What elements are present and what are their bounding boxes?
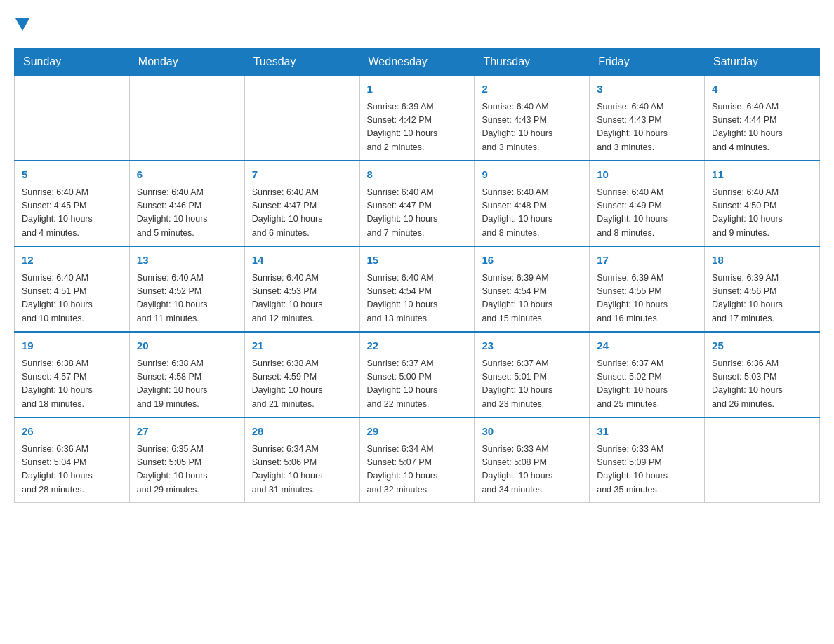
calendar-cell [129, 76, 244, 161]
day-number: 21 [252, 338, 352, 354]
page-header [14, 14, 820, 34]
day-info: Sunrise: 6:34 AMSunset: 5:07 PMDaylight:… [367, 443, 468, 497]
calendar-cell: 9Sunrise: 6:40 AMSunset: 4:48 PMDaylight… [475, 161, 590, 246]
day-info: Sunrise: 6:37 AMSunset: 5:01 PMDaylight:… [482, 357, 582, 412]
day-info: Sunrise: 6:40 AMSunset: 4:52 PMDaylight:… [137, 271, 237, 326]
day-number: 8 [367, 167, 468, 183]
day-number: 13 [137, 253, 237, 269]
calendar-cell: 7Sunrise: 6:40 AMSunset: 4:47 PMDaylight… [244, 161, 359, 246]
day-info: Sunrise: 6:40 AMSunset: 4:50 PMDaylight:… [712, 186, 812, 241]
day-number: 28 [252, 424, 352, 440]
calendar-cell: 16Sunrise: 6:39 AMSunset: 4:54 PMDayligh… [475, 246, 590, 332]
calendar-cell: 8Sunrise: 6:40 AMSunset: 4:47 PMDaylight… [359, 161, 475, 246]
calendar-cell: 30Sunrise: 6:33 AMSunset: 5:08 PMDayligh… [475, 417, 590, 503]
day-info: Sunrise: 6:40 AMSunset: 4:47 PMDaylight:… [367, 186, 468, 241]
calendar-cell: 15Sunrise: 6:40 AMSunset: 4:54 PMDayligh… [359, 246, 475, 332]
day-number: 10 [597, 167, 697, 183]
day-number: 1 [367, 81, 468, 98]
svg-marker-0 [15, 18, 29, 31]
calendar-cell: 12Sunrise: 6:40 AMSunset: 4:51 PMDayligh… [15, 246, 130, 332]
calendar-cell: 27Sunrise: 6:35 AMSunset: 5:05 PMDayligh… [129, 417, 244, 503]
calendar-week-2: 5Sunrise: 6:40 AMSunset: 4:45 PMDaylight… [15, 161, 820, 246]
calendar-cell: 24Sunrise: 6:37 AMSunset: 5:02 PMDayligh… [590, 332, 705, 417]
day-info: Sunrise: 6:36 AMSunset: 5:04 PMDaylight:… [22, 443, 122, 497]
day-number: 9 [482, 167, 582, 183]
day-info: Sunrise: 6:40 AMSunset: 4:53 PMDaylight:… [252, 271, 352, 326]
calendar-cell: 29Sunrise: 6:34 AMSunset: 5:07 PMDayligh… [359, 417, 475, 503]
day-info: Sunrise: 6:37 AMSunset: 5:00 PMDaylight:… [367, 357, 468, 412]
day-number: 12 [22, 253, 122, 269]
calendar-header-thursday: Thursday [475, 48, 590, 76]
day-number: 17 [597, 253, 697, 269]
calendar-cell: 20Sunrise: 6:38 AMSunset: 4:58 PMDayligh… [129, 332, 244, 417]
calendar-cell: 28Sunrise: 6:34 AMSunset: 5:06 PMDayligh… [244, 417, 359, 503]
day-number: 22 [367, 338, 468, 354]
day-info: Sunrise: 6:40 AMSunset: 4:51 PMDaylight:… [22, 271, 122, 326]
day-info: Sunrise: 6:38 AMSunset: 4:58 PMDaylight:… [137, 357, 237, 412]
day-number: 20 [137, 338, 237, 354]
calendar-header-row: SundayMondayTuesdayWednesdayThursdayFrid… [15, 48, 820, 76]
calendar-cell: 31Sunrise: 6:33 AMSunset: 5:09 PMDayligh… [590, 417, 705, 503]
day-info: Sunrise: 6:35 AMSunset: 5:05 PMDaylight:… [137, 443, 237, 497]
day-number: 26 [22, 424, 122, 440]
day-number: 31 [597, 424, 697, 440]
day-number: 2 [482, 81, 582, 98]
logo [14, 14, 29, 34]
calendar-header-saturday: Saturday [705, 48, 820, 76]
calendar-header-sunday: Sunday [15, 48, 130, 76]
day-info: Sunrise: 6:40 AMSunset: 4:45 PMDaylight:… [22, 186, 122, 241]
day-info: Sunrise: 6:40 AMSunset: 4:54 PMDaylight:… [367, 271, 468, 326]
calendar-week-3: 12Sunrise: 6:40 AMSunset: 4:51 PMDayligh… [15, 246, 820, 332]
calendar-week-5: 26Sunrise: 6:36 AMSunset: 5:04 PMDayligh… [15, 417, 820, 503]
calendar-cell: 25Sunrise: 6:36 AMSunset: 5:03 PMDayligh… [705, 332, 820, 417]
calendar-table: SundayMondayTuesdayWednesdayThursdayFrid… [14, 48, 820, 503]
calendar-cell: 4Sunrise: 6:40 AMSunset: 4:44 PMDaylight… [705, 76, 820, 161]
calendar-cell: 22Sunrise: 6:37 AMSunset: 5:00 PMDayligh… [359, 332, 475, 417]
calendar-cell: 6Sunrise: 6:40 AMSunset: 4:46 PMDaylight… [129, 161, 244, 246]
day-info: Sunrise: 6:40 AMSunset: 4:43 PMDaylight:… [482, 100, 582, 155]
calendar-cell: 5Sunrise: 6:40 AMSunset: 4:45 PMDaylight… [15, 161, 130, 246]
day-number: 14 [252, 253, 352, 269]
day-info: Sunrise: 6:39 AMSunset: 4:54 PMDaylight:… [482, 271, 582, 326]
calendar-header-tuesday: Tuesday [244, 48, 359, 76]
day-info: Sunrise: 6:39 AMSunset: 4:56 PMDaylight:… [712, 271, 812, 326]
calendar-cell: 18Sunrise: 6:39 AMSunset: 4:56 PMDayligh… [705, 246, 820, 332]
day-info: Sunrise: 6:40 AMSunset: 4:44 PMDaylight:… [712, 100, 812, 155]
day-info: Sunrise: 6:40 AMSunset: 4:46 PMDaylight:… [137, 186, 237, 241]
calendar-cell [244, 76, 359, 161]
calendar-cell [15, 76, 130, 161]
day-number: 23 [482, 338, 582, 354]
calendar-cell: 26Sunrise: 6:36 AMSunset: 5:04 PMDayligh… [15, 417, 130, 503]
day-number: 25 [712, 338, 812, 354]
calendar-header-wednesday: Wednesday [359, 48, 475, 76]
day-number: 15 [367, 253, 468, 269]
day-number: 16 [482, 253, 582, 269]
day-info: Sunrise: 6:37 AMSunset: 5:02 PMDaylight:… [597, 357, 697, 412]
day-number: 5 [22, 167, 122, 183]
calendar-cell: 11Sunrise: 6:40 AMSunset: 4:50 PMDayligh… [705, 161, 820, 246]
day-info: Sunrise: 6:36 AMSunset: 5:03 PMDaylight:… [712, 357, 812, 412]
day-number: 11 [712, 167, 812, 183]
logo-triangle-icon [15, 18, 29, 31]
day-number: 7 [252, 167, 352, 183]
calendar-header-monday: Monday [129, 48, 244, 76]
calendar-cell: 23Sunrise: 6:37 AMSunset: 5:01 PMDayligh… [475, 332, 590, 417]
day-info: Sunrise: 6:39 AMSunset: 4:55 PMDaylight:… [597, 271, 697, 326]
day-info: Sunrise: 6:40 AMSunset: 4:47 PMDaylight:… [252, 186, 352, 241]
calendar-cell: 19Sunrise: 6:38 AMSunset: 4:57 PMDayligh… [15, 332, 130, 417]
calendar-cell [705, 417, 820, 503]
calendar-cell: 3Sunrise: 6:40 AMSunset: 4:43 PMDaylight… [590, 76, 705, 161]
day-info: Sunrise: 6:40 AMSunset: 4:49 PMDaylight:… [597, 186, 697, 241]
calendar-cell: 17Sunrise: 6:39 AMSunset: 4:55 PMDayligh… [590, 246, 705, 332]
calendar-cell: 10Sunrise: 6:40 AMSunset: 4:49 PMDayligh… [590, 161, 705, 246]
day-info: Sunrise: 6:39 AMSunset: 4:42 PMDaylight:… [367, 100, 468, 155]
calendar-cell: 21Sunrise: 6:38 AMSunset: 4:59 PMDayligh… [244, 332, 359, 417]
day-info: Sunrise: 6:33 AMSunset: 5:09 PMDaylight:… [597, 443, 697, 497]
day-number: 29 [367, 424, 468, 440]
day-info: Sunrise: 6:33 AMSunset: 5:08 PMDaylight:… [482, 443, 582, 497]
day-number: 18 [712, 253, 812, 269]
day-info: Sunrise: 6:38 AMSunset: 4:57 PMDaylight:… [22, 357, 122, 412]
day-info: Sunrise: 6:40 AMSunset: 4:48 PMDaylight:… [482, 186, 582, 241]
day-info: Sunrise: 6:38 AMSunset: 4:59 PMDaylight:… [252, 357, 352, 412]
day-info: Sunrise: 6:34 AMSunset: 5:06 PMDaylight:… [252, 443, 352, 497]
